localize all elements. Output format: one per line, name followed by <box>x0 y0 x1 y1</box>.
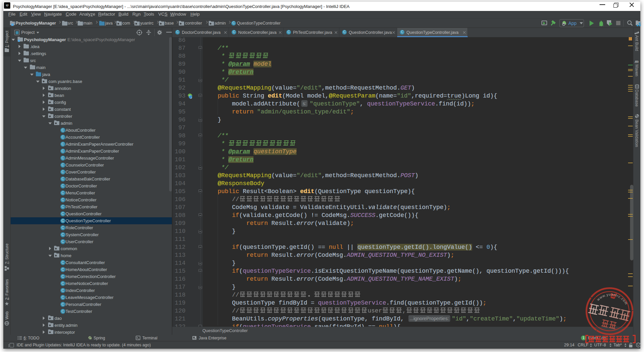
svg-text:www.yuanlrc.com: www.yuanlrc.com <box>596 292 629 306</box>
